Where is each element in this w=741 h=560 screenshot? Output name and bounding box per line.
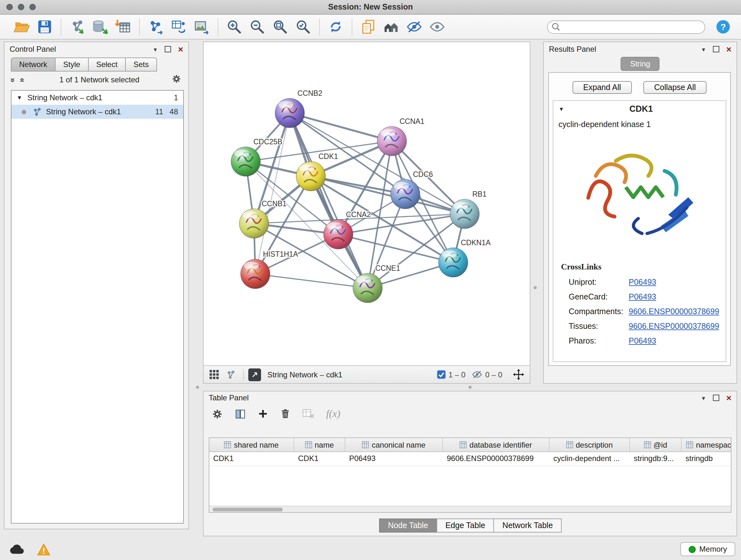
panel-float-icon[interactable]	[713, 46, 719, 52]
column-header-description[interactable]: description	[549, 438, 630, 451]
warning-icon[interactable]	[37, 543, 51, 556]
network-node-cdkn1a[interactable]: CDKN1A	[439, 239, 491, 277]
zoom-window-button[interactable]	[29, 4, 36, 10]
new-network-icon[interactable]	[146, 18, 165, 36]
zoom-in-icon[interactable]	[225, 18, 244, 36]
zoom-out-icon[interactable]	[248, 18, 267, 36]
table-cell[interactable]: stringdb:9...	[630, 452, 682, 465]
export-image-icon[interactable]	[192, 18, 211, 36]
network-edge[interactable]	[255, 274, 367, 288]
panel-menu-icon[interactable]: ▾	[702, 394, 705, 401]
network-graph[interactable]: CCNB2CCNA1CDC25BCDK1CDC6RB1CCNB1CCNA2CDK…	[204, 42, 530, 366]
network-node-ccna1[interactable]: CCNA1	[377, 117, 424, 156]
crosslink-link[interactable]: 9606.ENSP00000378699	[629, 307, 719, 316]
search-input[interactable]	[547, 20, 705, 34]
network-collection-row[interactable]: ▼ String Network – cdk1 1	[11, 91, 183, 105]
minimize-window-button[interactable]	[18, 4, 24, 10]
table-cell[interactable]: P06493	[345, 452, 443, 465]
splitter-handle[interactable]	[196, 386, 199, 389]
hidden-eye-slash-icon[interactable]	[472, 369, 483, 380]
save-session-icon[interactable]	[35, 18, 54, 36]
tab-network[interactable]: Network	[11, 57, 56, 71]
table-horizontal-scrollbar[interactable]	[209, 506, 731, 512]
table-cell[interactable]: CDK1	[294, 452, 345, 465]
collapse-all-button[interactable]: Collapse All	[643, 81, 707, 94]
network-edge[interactable]	[290, 113, 392, 141]
column-header-shared-name[interactable]: shared name	[209, 438, 294, 451]
tab-network-table[interactable]: Network Table	[493, 518, 562, 533]
houses-icon[interactable]	[382, 18, 401, 36]
splitter-handle[interactable]	[468, 386, 472, 389]
panel-close-icon[interactable]: ×	[178, 45, 183, 54]
delete-column-trash-icon[interactable]	[280, 408, 291, 420]
column-header-canonical-name[interactable]: canonical name	[345, 438, 443, 451]
network-edge[interactable]	[290, 113, 367, 288]
copy-document-icon[interactable]	[359, 18, 378, 36]
help-icon[interactable]: ?	[714, 18, 733, 36]
crosslink-link[interactable]: P06493	[629, 292, 656, 301]
panel-close-icon[interactable]: ×	[726, 393, 731, 402]
column-header-label: canonical name	[372, 440, 425, 449]
tab-string[interactable]: String	[621, 57, 660, 71]
panel-menu-icon[interactable]: ▾	[702, 46, 705, 53]
table-row[interactable]: CDK1CDK1P064939606.ENSP00000378699cyclin…	[209, 452, 731, 466]
birdseye-toggle-icon[interactable]	[248, 368, 261, 381]
network-node-rb1[interactable]: RB1	[450, 190, 487, 229]
show-eye-icon[interactable]	[428, 18, 447, 36]
import-table-icon[interactable]	[114, 18, 133, 36]
zoom-fit-icon[interactable]	[271, 18, 290, 36]
crosslink-link[interactable]: P06493	[629, 277, 656, 287]
tab-sets[interactable]: Sets	[125, 57, 157, 71]
zoom-selected-icon[interactable]	[293, 18, 313, 36]
import-network-database-icon[interactable]	[91, 18, 110, 36]
table-cell[interactable]: 9606.ENSP00000378699	[443, 452, 549, 465]
tab-edge-table[interactable]: Edge Table	[436, 518, 494, 533]
column-header-database-identifier[interactable]: database identifier	[443, 438, 549, 451]
network-from-table-icon[interactable]	[169, 18, 188, 36]
column-header-name[interactable]: name	[294, 438, 345, 451]
crosslink-link[interactable]: 9606.ENSP00000378699	[629, 321, 719, 330]
table-body: CDK1CDK1P064939606.ENSP00000378699cyclin…	[209, 452, 731, 466]
panel-float-icon[interactable]	[165, 46, 171, 52]
network-node-cdc6[interactable]: CDC6	[391, 170, 433, 209]
table-cell[interactable]: CDK1	[209, 452, 294, 465]
pan-crosshair-icon[interactable]	[513, 368, 525, 381]
cloud-status-icon[interactable]	[9, 544, 24, 555]
crosslink-link[interactable]: P06493	[629, 336, 656, 345]
protein-section: ▾ CDK1 cyclin-dependent kinase 1	[553, 100, 726, 362]
column-header--id[interactable]: @id	[630, 438, 682, 451]
tab-style[interactable]: Style	[55, 57, 88, 71]
add-column-icon[interactable]	[257, 408, 269, 420]
grid-view-icon[interactable]	[209, 369, 219, 380]
column-header-namespac[interactable]: namespac	[682, 438, 731, 451]
tab-select[interactable]: Select	[88, 57, 126, 71]
hide-eye-slash-icon[interactable]	[405, 18, 424, 36]
network-node-ccnb2[interactable]: CCNB2	[275, 89, 322, 128]
collapse-all-icon[interactable]: »	[17, 78, 26, 82]
memory-button[interactable]: Memory	[680, 542, 735, 556]
close-window-button[interactable]	[6, 4, 13, 10]
panel-float-icon[interactable]	[713, 395, 719, 401]
show-columns-icon[interactable]	[234, 408, 246, 420]
open-session-icon[interactable]	[12, 18, 31, 36]
table-cell[interactable]: cyclin-dependent ...	[549, 452, 630, 465]
selected-checkbox-icon[interactable]	[436, 370, 446, 379]
network-node-cdk1[interactable]: CDK1	[296, 152, 338, 191]
apply-layout-icon[interactable]	[326, 18, 345, 36]
section-collapse-icon[interactable]: ▾	[560, 105, 563, 112]
network-icon[interactable]	[226, 369, 236, 380]
collection-expand-icon[interactable]: ▼	[17, 95, 22, 101]
panel-menu-icon[interactable]: ▾	[154, 46, 157, 53]
tab-node-table[interactable]: Node Table	[379, 518, 437, 533]
network-node-hist1h1a[interactable]: HIST1H1A	[241, 250, 298, 289]
table-cell[interactable]: stringdb	[682, 452, 731, 465]
splitter-handle[interactable]	[534, 286, 537, 289]
network-view[interactable]: CCNB2CCNA1CDC25BCDK1CDC6RB1CCNB1CCNA2CDK…	[203, 42, 530, 384]
network-options-gear-icon[interactable]	[171, 73, 182, 86]
import-network-file-icon[interactable]	[68, 18, 87, 36]
network-row[interactable]: String Network – cdk1 11 48	[11, 105, 183, 119]
expand-all-button[interactable]: Expand All	[572, 81, 632, 94]
panel-close-icon[interactable]: ×	[726, 45, 731, 54]
scrollbar-thumb[interactable]	[212, 507, 283, 511]
table-settings-gear-icon[interactable]	[211, 408, 223, 420]
